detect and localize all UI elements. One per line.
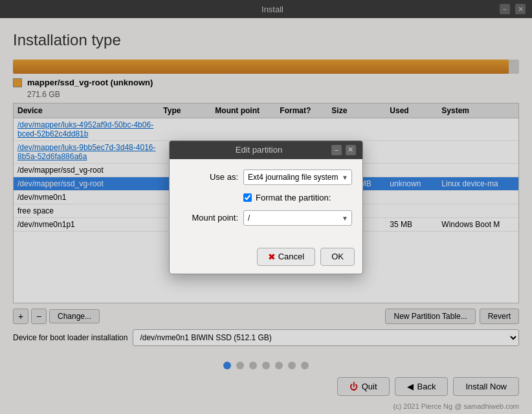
mount-point-row: Mount point: / /boot /home /tmp /usr /va… <box>180 210 352 226</box>
modal-body: Use as: Ext4 journaling file system Ext3… <box>170 159 362 244</box>
modal-minimize-button[interactable]: − <box>331 145 342 155</box>
mount-label: Mount point: <box>180 213 238 223</box>
use-as-row: Use as: Ext4 journaling file system Ext3… <box>180 169 352 185</box>
cancel-icon: ✖ <box>268 252 276 262</box>
modal-close-button[interactable]: ✕ <box>346 145 356 155</box>
use-as-select-wrapper: Ext4 journaling file system Ext3 journal… <box>243 169 352 185</box>
ok-label: OK <box>331 252 344 261</box>
modal-footer: ✖ Cancel OK <box>170 244 362 274</box>
modal-cancel-button[interactable]: ✖ Cancel <box>257 248 315 266</box>
edit-partition-modal: Edit partition − ✕ Use as: Ext4 journali… <box>169 140 363 274</box>
use-as-label: Use as: <box>180 172 238 182</box>
modal-titlebar: Edit partition − ✕ <box>170 141 362 159</box>
format-row: Format the partition: <box>180 193 352 202</box>
mount-select-wrapper: / /boot /home /tmp /usr /var ▼ <box>243 210 352 226</box>
modal-ok-button[interactable]: OK <box>320 248 355 266</box>
format-partition-checkbox[interactable] <box>243 193 252 202</box>
modal-overlay: Edit partition − ✕ Use as: Ext4 journali… <box>0 0 532 414</box>
modal-title: Edit partition <box>236 145 282 155</box>
cancel-label: Cancel <box>278 252 304 261</box>
mount-point-select[interactable]: / /boot /home /tmp /usr /var <box>243 210 352 226</box>
use-as-select[interactable]: Ext4 journaling file system Ext3 journal… <box>243 169 352 185</box>
modal-controls: − ✕ <box>331 145 356 155</box>
format-label: Format the partition: <box>256 193 331 202</box>
